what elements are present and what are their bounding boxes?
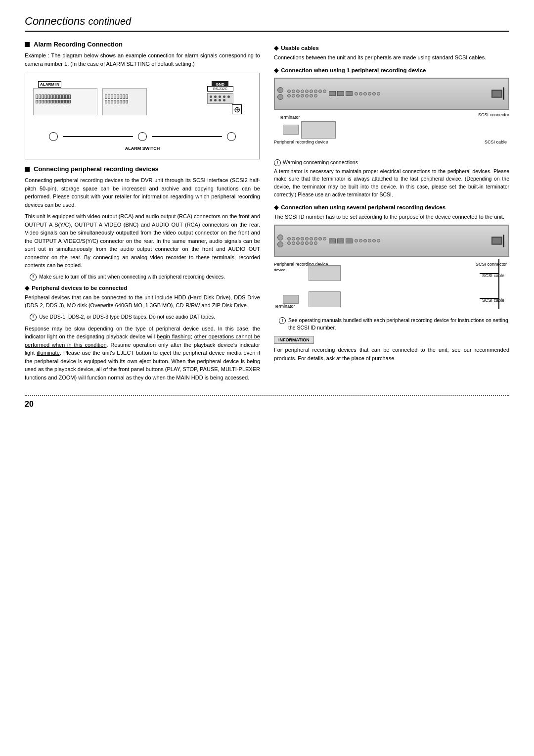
info-circle-icon-1: ! xyxy=(30,274,37,281)
alarm-switch-label: ALARM SWITCH xyxy=(125,146,160,151)
line-sym-2 xyxy=(152,136,222,137)
terminator-label-1: Terminator xyxy=(279,115,300,120)
connection-several-section: ◆ Connection when using several peripher… xyxy=(274,204,509,363)
information-label: INFORMATION xyxy=(274,336,314,344)
information-section: INFORMATION For peripheral recording dev… xyxy=(274,336,509,362)
circle-sym-3 xyxy=(227,132,236,141)
peripheral-subheading: ◆ Peripheral devices to be connected xyxy=(25,284,260,291)
connecting-para1: Connecting peripheral recording devices … xyxy=(25,176,260,209)
diamond-icon-4: ◆ xyxy=(274,204,278,210)
connection-1-section: ◆ Connection when using 1 peripheral rec… xyxy=(274,67,509,199)
connecting-para3: Response may be slow depending on the ty… xyxy=(25,325,260,382)
black-square-icon-2 xyxy=(25,167,30,172)
peripheral-device-box-2a xyxy=(309,265,341,281)
info-note-2: ! Use DDS-1, DDS-2, or DDS-3 type DDS ta… xyxy=(30,313,260,321)
ground-symbol: ⊕ xyxy=(232,104,242,114)
info-circle-icon-4: ! xyxy=(279,317,286,324)
page-title: Connections continued xyxy=(25,15,509,32)
alarm-block xyxy=(33,88,97,115)
alarm-heading: Alarm Recording Connection xyxy=(25,41,260,48)
information-text: For peripheral recording devices that ca… xyxy=(274,346,509,362)
info-circle-icon-3: ! xyxy=(274,159,281,166)
peripheral-device-box-1 xyxy=(301,121,336,139)
alarm-in-label: ALARM IN xyxy=(38,81,61,88)
switch-symbols xyxy=(49,132,236,141)
usable-cables-para: Connections between the unit and its per… xyxy=(274,53,509,62)
connection-several-heading: ◆ Connection when using several peripher… xyxy=(274,204,509,211)
info-circle-icon-2: ! xyxy=(30,314,37,321)
left-column: Alarm Recording Connection Example : The… xyxy=(25,41,260,385)
warning-text: A terminator is necessary to maintain pr… xyxy=(274,168,509,199)
peripheral-device-box-2b xyxy=(309,291,341,307)
rs232-label: RS-232C xyxy=(207,86,233,92)
rs232-block: RS-232C xyxy=(207,86,233,104)
connecting-para2: This unit is equipped with video output … xyxy=(25,212,260,270)
info-note-3: ! See operating manuals bundled with eac… xyxy=(279,317,509,331)
usable-cables-heading: ◆ Usable cables xyxy=(274,45,509,51)
warning-note-1: ! Warning concerning connections A termi… xyxy=(274,159,509,199)
connecting-section: Connecting peripheral recording devices … xyxy=(25,165,260,381)
alarm-diagram: GND ALARM IN xyxy=(25,73,260,159)
scsi-cable-label-1: SCSI cable xyxy=(485,140,507,144)
terminator-box-2 xyxy=(283,295,299,304)
connection-1-heading: ◆ Connection when using 1 peripheral rec… xyxy=(274,67,509,74)
usable-cables-section: ◆ Usable cables Connections between the … xyxy=(274,45,509,62)
diamond-icon-3: ◆ xyxy=(274,67,278,73)
scsi-connector-label-1: SCSI connector xyxy=(478,112,509,117)
scsi-connector-label-2: SCSI connector xyxy=(476,262,507,267)
peripheral-para: Peripheral devices that can be connected… xyxy=(25,293,260,310)
circle-sym-1 xyxy=(49,132,58,141)
connecting-heading: Connecting peripheral recording devices xyxy=(25,165,260,173)
terminator-label-2: Terminator xyxy=(274,304,295,309)
warning-title: ! Warning concerning connections xyxy=(274,159,509,166)
dvr-diagram-1: Terminator SCSI connector Peripheral rec… xyxy=(274,78,509,157)
diamond-icon-1: ◆ xyxy=(25,285,29,291)
alarm-intro: Example : The diagram below shows an exa… xyxy=(25,51,260,68)
dvr-diagram-2: Peripheral recording device device SCSI … xyxy=(274,225,509,314)
right-column: ◆ Usable cables Connections between the … xyxy=(274,41,509,385)
diamond-icon-2: ◆ xyxy=(274,45,278,51)
terminator-box-1 xyxy=(283,125,299,135)
bottom-divider xyxy=(25,395,509,396)
info-note-1: ! Make sure to turn off this unit when c… xyxy=(30,273,260,281)
peripheral-device-label-1: Peripheral recording device xyxy=(274,140,328,145)
alarm-section: Alarm Recording Connection Example : The… xyxy=(25,41,260,159)
line-sym-1 xyxy=(63,136,133,137)
page-number: 20 xyxy=(25,400,509,409)
connection-several-para: The SCSI ID number has to be set accordi… xyxy=(274,213,509,221)
black-square-icon xyxy=(25,42,30,47)
circle-sym-2 xyxy=(138,132,147,141)
